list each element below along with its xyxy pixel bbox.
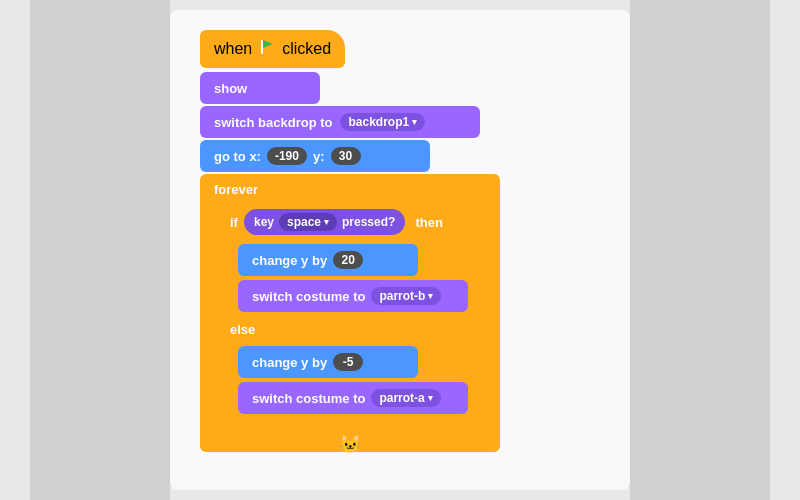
x-value[interactable]: -190 [267,147,307,165]
if-header: if key space ▾ pressed? then [220,204,500,240]
switch-backdrop-label: switch backdrop to [214,115,332,130]
when-label: when [214,40,252,58]
pressed-label: pressed? [342,215,395,229]
svg-rect-0 [261,40,263,54]
show-label: show [214,81,247,96]
left-panel [30,0,170,500]
condition-block[interactable]: key space ▾ pressed? [244,209,405,235]
change-y-1-label: change y by [252,253,327,268]
parrot-b-dropdown-arrow: ▾ [428,291,433,301]
forever-block[interactable]: forever if key space ▾ pressed? the [200,174,500,452]
forever-footer: 🐱 [200,436,500,452]
forever-body: if key space ▾ pressed? then [200,204,500,436]
change-y-2-value[interactable]: -5 [333,353,363,371]
parrot-a-dropdown[interactable]: parrot-a ▾ [371,389,440,407]
else-label-text: else [230,322,255,337]
parrot-a-dropdown-arrow: ▾ [428,393,433,403]
switch-costume-1-label: switch costume to [252,289,365,304]
if-footer [220,418,490,432]
space-value: space [287,215,321,229]
else-body: change y by -5 switch costume to parrot-… [220,342,500,418]
backdrop-value: backdrop1 [348,115,409,129]
clicked-label: clicked [282,40,331,58]
scratch-cat-icon: 🐱 [339,433,361,455]
parrot-a-value: parrot-a [379,391,424,405]
forever-header: forever [200,174,500,204]
change-y-by-1-block[interactable]: change y by 20 [238,244,418,276]
change-y-by-2-block[interactable]: change y by -5 [238,346,418,378]
right-panel [630,0,770,500]
space-dropdown[interactable]: space ▾ [279,213,337,231]
backdrop-dropdown-arrow: ▾ [412,117,417,127]
if-body: change y by 20 switch costume to parrot-… [220,240,500,316]
go-to-block[interactable]: go to x: -190 y: 30 [200,140,430,172]
when-flag-clicked-block[interactable]: when clicked [200,30,345,68]
change-y-2-label: change y by [252,355,327,370]
parrot-b-dropdown[interactable]: parrot-b ▾ [371,287,441,305]
show-block[interactable]: show [200,72,320,104]
else-label-block: else [220,316,500,342]
switch-backdrop-block[interactable]: switch backdrop to backdrop1 ▾ [200,106,480,138]
then-label: then [415,215,442,230]
y-value[interactable]: 30 [331,147,361,165]
svg-marker-1 [263,40,273,48]
flag-icon [258,38,276,60]
go-to-label: go to x: [214,149,261,164]
if-block[interactable]: if key space ▾ pressed? then [220,204,500,432]
parrot-b-value: parrot-b [379,289,425,303]
switch-costume-2-label: switch costume to [252,391,365,406]
y-label: y: [313,149,325,164]
if-label: if [230,215,238,230]
space-dropdown-arrow: ▾ [324,217,329,227]
forever-label: forever [214,182,258,197]
backdrop-dropdown[interactable]: backdrop1 ▾ [340,113,425,131]
switch-costume-2-block[interactable]: switch costume to parrot-a ▾ [238,382,468,414]
key-label: key [254,215,274,229]
change-y-1-value[interactable]: 20 [333,251,363,269]
code-canvas: when clicked show switch backdrop to bac… [170,10,630,490]
switch-costume-1-block[interactable]: switch costume to parrot-b ▾ [238,280,468,312]
